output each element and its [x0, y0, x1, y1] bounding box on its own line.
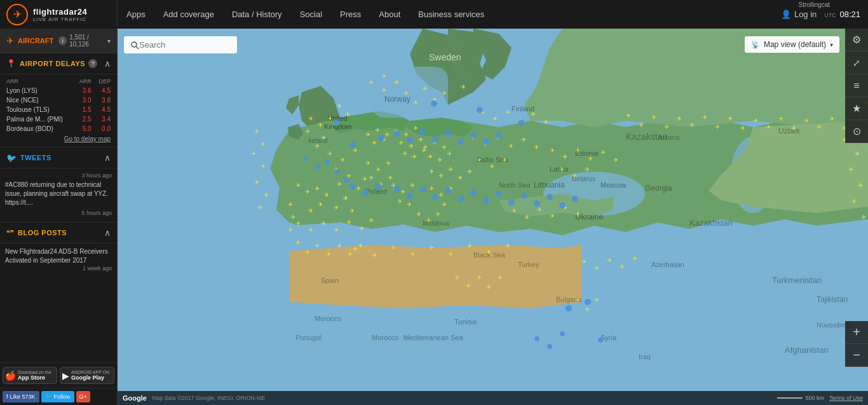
svg-text:✈: ✈ [327, 115, 332, 122]
dep-value: 3.8 [94, 95, 113, 105]
googleplus-label: G+ [79, 394, 87, 400]
time-display: 08:21 [839, 10, 860, 19]
svg-text:✈: ✈ [308, 207, 313, 214]
blog-title: BLOG POSTS [18, 229, 67, 237]
blog-header[interactable]: ❝❞ BLOG POSTS ∧ [0, 223, 117, 244]
svg-text:✈: ✈ [337, 242, 342, 249]
nav-social[interactable]: Social [291, 0, 331, 29]
aircraft-info-icon[interactable]: i [58, 36, 67, 45]
zoom-in-button[interactable]: + [845, 321, 868, 344]
svg-text:Sweden: Sweden [429, 52, 461, 62]
fullscreen-button[interactable]: ⤢ [845, 51, 868, 74]
user-icon: 👤 [781, 10, 791, 19]
airport-delays-section: 📍 AIRPORT DELAYS ? ∧ ARR ARR DEP Lyon (L… [0, 53, 117, 148]
svg-text:✈: ✈ [326, 251, 331, 257]
delays-collapse-icon[interactable]: ∧ [104, 58, 111, 69]
svg-text:✈: ✈ [429, 185, 434, 192]
svg-text:✈: ✈ [677, 115, 682, 122]
svg-text:✈: ✈ [575, 210, 580, 217]
utc-time: UTC 08:21 [824, 10, 860, 19]
zoom-out-button[interactable]: − [845, 344, 868, 367]
svg-text:✈: ✈ [438, 172, 444, 179]
googleplay-label: Google Play [71, 374, 109, 381]
appstore-button[interactable]: 🍎 Download on the App Store [3, 367, 57, 384]
table-row[interactable]: Toulouse (TLS)1.54.5 [4, 105, 113, 114]
airport-name: Toulouse (TLS) [4, 105, 74, 114]
svg-point-235 [470, 132, 477, 139]
svg-text:✈: ✈ [386, 160, 391, 167]
settings-button[interactable]: ⚙ [845, 29, 868, 51]
table-row[interactable]: Nice (NCE)3.03.8 [4, 95, 113, 105]
delays-info-icon[interactable]: ? [88, 59, 97, 68]
svg-text:✈: ✈ [327, 150, 332, 157]
svg-point-245 [445, 188, 451, 194]
search-input[interactable] [139, 40, 215, 50]
map-area[interactable]: Sweden United Kingdom Finland Baltic Sea… [118, 29, 868, 405]
svg-point-227 [349, 142, 356, 148]
svg-text:Georgia: Georgia [645, 184, 672, 193]
svg-point-262 [315, 165, 320, 170]
tweets-collapse-icon[interactable]: ∧ [104, 153, 111, 163]
nav-data-history[interactable]: Data / History [223, 0, 291, 29]
svg-text:✈: ✈ [861, 214, 866, 221]
svg-text:Astana: Astana [658, 134, 680, 141]
aircraft-label: AIRCRAFT [18, 37, 53, 45]
svg-text:Tunisia: Tunisia [454, 318, 477, 326]
svg-text:✈: ✈ [398, 139, 403, 146]
svg-text:Portugal: Portugal [295, 334, 322, 341]
svg-text:✈: ✈ [403, 131, 409, 138]
googleplus-button[interactable]: G+ [76, 391, 90, 402]
svg-text:✈: ✈ [413, 125, 418, 132]
favorites-button[interactable]: ★ [845, 97, 868, 120]
nav-press[interactable]: Press [331, 0, 370, 29]
nav-add-coverage[interactable]: Add coverage [154, 0, 223, 29]
svg-text:✈: ✈ [402, 150, 407, 157]
svg-text:✈: ✈ [254, 179, 259, 186]
arr-value: 1.5 [74, 105, 94, 114]
svg-point-253 [546, 194, 553, 200]
zoom-in-icon: + [853, 325, 860, 340]
svg-point-237 [496, 132, 502, 139]
svg-text:✈: ✈ [321, 220, 326, 227]
compass-button[interactable]: ⊙ [845, 120, 868, 143]
svg-text:✈: ✈ [607, 257, 612, 264]
tweets-header[interactable]: 🐦 TWEETS ∧ [0, 148, 117, 168]
svg-text:✈: ✈ [372, 139, 377, 146]
svg-point-266 [598, 338, 603, 343]
svg-text:✈: ✈ [418, 136, 423, 143]
twitter-follow-button[interactable]: 🐦 Follow [41, 391, 74, 402]
svg-text:✈: ✈ [305, 188, 310, 195]
login-button[interactable]: 👤 Log in [781, 10, 817, 19]
table-row[interactable]: Bordeaux (BOD)5.00.0 [4, 124, 113, 134]
svg-point-242 [407, 193, 413, 199]
blog-collapse-icon[interactable]: ∧ [104, 228, 111, 238]
nav-apps[interactable]: Apps [118, 0, 154, 29]
facebook-like-button[interactable]: f Like 573K [3, 391, 39, 402]
filter-button[interactable]: ≡ [845, 74, 868, 97]
terms-of-use-link[interactable]: Terms of Use [829, 395, 863, 401]
social-buttons: f Like 573K 🐦 Follow G+ [0, 388, 117, 405]
table-row[interactable]: Lyon (LYS)3.64.5 [4, 86, 113, 95]
svg-text:✈: ✈ [804, 117, 809, 124]
svg-text:Uzbek: Uzbek [778, 127, 801, 135]
svg-point-248 [483, 197, 489, 203]
svg-text:✈: ✈ [400, 188, 405, 195]
googleplay-button[interactable]: ▶ ANDROID APP ON Google Play [60, 367, 114, 384]
airport-delays-header[interactable]: 📍 AIRPORT DELAYS ? ∧ [0, 53, 117, 74]
svg-text:✈: ✈ [343, 195, 348, 202]
nav-business[interactable]: Business services [409, 0, 493, 29]
aircraft-bar[interactable]: ✈ AIRCRAFT i 1,501 / 10,126 ▾ [0, 29, 117, 53]
go-to-delay-map-link[interactable]: Go to delay map [4, 134, 113, 144]
svg-point-255 [572, 196, 578, 202]
svg-text:Morocco: Morocco [372, 334, 398, 341]
svg-text:✈: ✈ [447, 150, 452, 157]
svg-point-240 [477, 107, 483, 113]
nav-about[interactable]: About [370, 0, 409, 29]
svg-text:✈: ✈ [454, 274, 459, 281]
tweet1-text: #AC880 returning due to technical issue,… [5, 181, 112, 207]
svg-point-267 [560, 331, 565, 336]
map-view-button[interactable]: 📡 Map view (default) ▾ [745, 36, 839, 53]
appstore-label: App Store [18, 374, 51, 381]
login-label: Log in [794, 10, 817, 19]
table-row[interactable]: Palma de M... (PMI)2.53.4 [4, 114, 113, 124]
